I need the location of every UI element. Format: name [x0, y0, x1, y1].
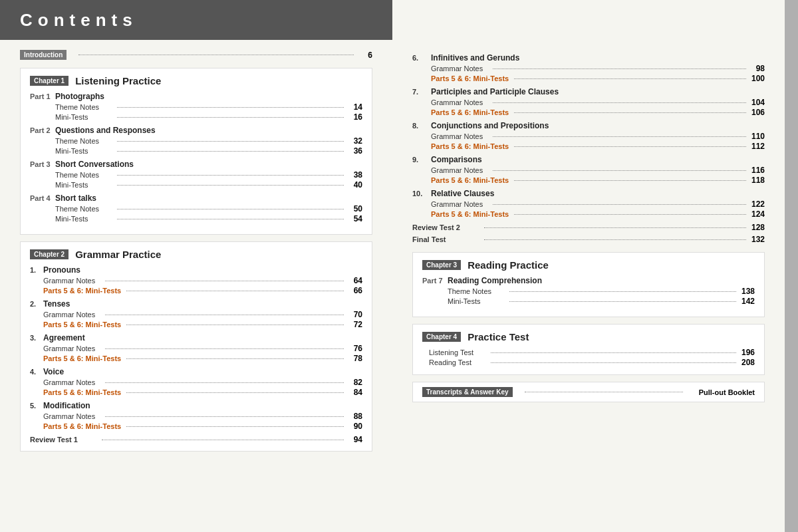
transcripts-dotted [525, 392, 683, 392]
dotted-line [117, 185, 344, 186]
toc-page: 196 [741, 348, 755, 357]
dotted-line [509, 291, 736, 292]
num-toc-row: Parts 5 & 6: Mini-Tests 72 [30, 320, 362, 329]
toc-page: 208 [741, 358, 755, 367]
chapter2-title: Grammar Practice [75, 249, 161, 260]
transcripts-value: Pull-out Booklet [688, 388, 755, 396]
toc-label: Parts 5 & 6: Mini-Tests [431, 74, 509, 82]
dotted-line [105, 281, 344, 281]
dotted-line [126, 426, 344, 427]
num-title: Comparisons [431, 155, 482, 164]
review1-dotted [102, 440, 344, 440]
part-section: Part 2 Questions and Responses Theme Not… [30, 126, 362, 156]
toc-page: 78 [349, 354, 362, 363]
toc-label: Grammar Notes [431, 200, 487, 208]
num-toc-row: Grammar Notes 70 [30, 310, 362, 319]
part-header: Part 2 Questions and Responses [30, 126, 362, 135]
toc-page: 88 [349, 412, 362, 421]
toc-label: Grammar Notes [431, 166, 487, 174]
numbered-section: 3. Agreement Grammar Notes 76 Parts 5 & … [30, 333, 362, 363]
num-toc-row: Parts 5 & 6: Mini-Tests 118 [412, 176, 765, 185]
review-test1-row: Review Test 1 94 [30, 435, 362, 444]
num-label: 8. [412, 122, 431, 130]
dotted-line [117, 117, 344, 118]
dotted-line [493, 170, 746, 171]
num-label: 3. [30, 334, 43, 342]
toc-label: Theme Notes [55, 171, 112, 179]
toc-label: Mini-Tests [448, 297, 504, 305]
num-header: 8. Conjunctions and Prepositions [412, 121, 765, 130]
introduction-badge: Introduction [20, 50, 66, 60]
toc-label: Grammar Notes [43, 412, 100, 420]
toc-page: 138 [741, 287, 755, 296]
left-page-content: Introduction 6 Chapter 1 Listening Pract… [0, 40, 392, 532]
chapter1-section: Chapter 1 Listening Practice Part 1 Phot… [20, 68, 372, 235]
toc-page: 38 [349, 170, 362, 180]
toc-page: 106 [751, 108, 765, 117]
part-label: Part 2 [30, 126, 55, 134]
dotted-line [493, 136, 746, 137]
toc-label: Theme Notes [55, 205, 112, 213]
chapter3-header: Chapter 3 Reading Practice [422, 259, 755, 271]
dotted-line [105, 348, 344, 349]
num-header: 6. Infinitives and Gerunds [412, 53, 765, 63]
chapter1-badge: Chapter 1 [30, 76, 68, 86]
dotted-line [117, 219, 344, 219]
toc-label: Grammar Notes [431, 98, 487, 106]
dotted-line [514, 146, 746, 147]
dotted-line [117, 107, 344, 108]
part-label: Part 7 [422, 277, 448, 285]
part-title: Photographs [55, 92, 104, 101]
toc-label: Grammar Notes [43, 311, 100, 319]
toc-page: 110 [751, 132, 765, 141]
toc-label: Mini-Tests [55, 181, 112, 189]
num-label: 1. [30, 266, 43, 274]
dotted-line [117, 209, 344, 209]
toc-label: Parts 5 & 6: Mini-Tests [431, 108, 509, 116]
toc-label: Grammar Notes [431, 132, 487, 140]
toc-label: Reading Test [429, 358, 485, 366]
numbered-section: 5. Modification Grammar Notes 88 Parts 5… [30, 401, 362, 431]
toc-row: Mini-Tests 36 [30, 146, 362, 156]
review-test2-page: 128 [751, 223, 765, 232]
part-title: Reading Comprehension [448, 276, 542, 285]
num-toc-row: Parts 5 & 6: Mini-Tests 124 [412, 209, 765, 219]
num-toc-row: Grammar Notes 82 [30, 378, 362, 387]
toc-row: Mini-Tests 16 [30, 112, 362, 122]
num-header: 1. Pronouns [30, 265, 362, 275]
final-test-page: 132 [751, 235, 765, 244]
toc-page: 70 [349, 310, 362, 319]
num-label: 4. [30, 368, 43, 376]
num-title: Conjunctions and Prepositions [431, 121, 549, 130]
part-title: Short talks [55, 194, 96, 203]
dotted-line [493, 68, 746, 69]
toc-label: Theme Notes [448, 287, 504, 295]
num-header: 7. Participles and Participle Clauses [412, 87, 765, 96]
num-toc-row: Parts 5 & 6: Mini-Tests 66 [30, 286, 362, 295]
dotted-line [105, 416, 344, 417]
toc-label: Listening Test [429, 348, 485, 356]
num-toc-row: Grammar Notes 98 [412, 64, 765, 73]
chapter4-toc-row: Reading Test 208 [422, 358, 755, 367]
part-title: Questions and Responses [55, 126, 156, 135]
toc-page: 104 [751, 98, 765, 107]
num-label: 9. [412, 156, 431, 164]
final-test-label: Final Test [412, 235, 479, 243]
toc-row: Mini-Tests 54 [30, 214, 362, 223]
num-title: Relative Clauses [431, 189, 494, 198]
num-label: 2. [30, 300, 43, 308]
toc-page: 16 [349, 112, 362, 122]
right-numbered-section: 10. Relative Clauses Grammar Notes 122 P… [412, 189, 765, 219]
part-section: Part 1 Photographs Theme Notes 14 Mini-T… [30, 92, 362, 122]
part-header: Part 3 Short Conversations [30, 160, 362, 169]
toc-page: 90 [349, 422, 362, 431]
num-title: Modification [43, 401, 90, 410]
num-toc-row: Parts 5 & 6: Mini-Tests 78 [30, 354, 362, 363]
num-toc-row: Grammar Notes 64 [30, 276, 362, 285]
part-header: Part 1 Photographs [30, 92, 362, 101]
num-toc-row: Grammar Notes 76 [30, 344, 362, 353]
num-title: Tenses [43, 299, 70, 309]
dotted-line [126, 358, 344, 359]
toc-page: 76 [349, 344, 362, 353]
part-label: Part 1 [30, 92, 55, 100]
